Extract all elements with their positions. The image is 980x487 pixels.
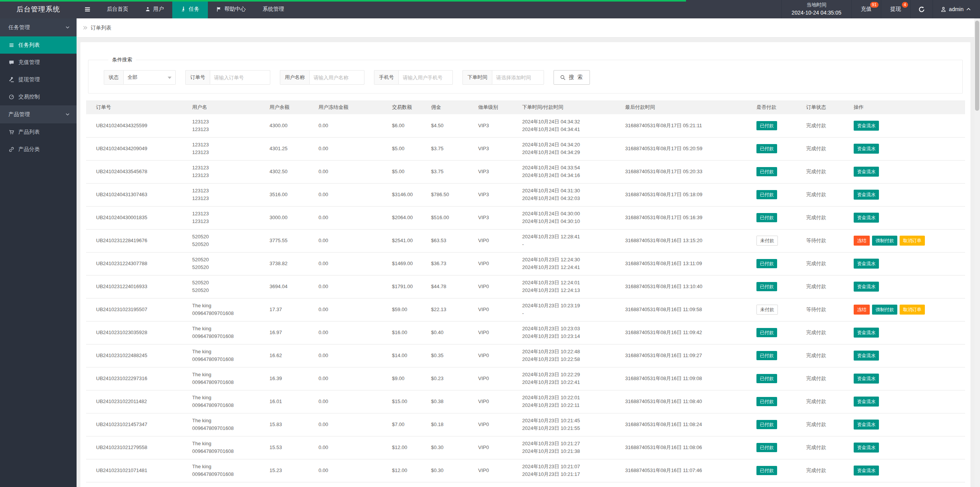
order-time: 2024年10月24日 04:34:20 — [522, 141, 619, 149]
cell-amount: $59.00 — [388, 298, 427, 321]
cell-order-time: 2024年10月23日 10:22:482024年10月23日 10:22:58 — [518, 344, 621, 367]
scrollbar-thumb[interactable] — [975, 21, 979, 111]
cell-actions: 资金流水 — [850, 252, 965, 275]
flow-button[interactable]: 资金流水 — [854, 420, 879, 430]
cancel-button[interactable]: 取消订单 — [900, 305, 925, 315]
nav-item-4[interactable]: 系统管理 — [254, 0, 292, 18]
sidebar-item-0-1[interactable]: 充值管理 — [0, 54, 77, 71]
nav-item-label: 任务 — [189, 6, 199, 13]
order-time: 2024年10月23日 10:23:03 — [522, 325, 619, 333]
cell-last-pay-time: 31688740531年08月17日 05:20:59 — [621, 137, 753, 160]
pay-time: 2024年10月23日 10:22:41 — [522, 379, 619, 386]
sidebar-item-0-2[interactable]: 提现管理 — [0, 71, 77, 88]
cell-commission: $3.75 — [427, 160, 474, 183]
flow-button[interactable]: 资金流水 — [854, 397, 879, 407]
sidebar-item-0-3[interactable]: 交易控制 — [0, 88, 77, 105]
table-row: UB24102404343255991231231231234300.000.0… — [86, 114, 965, 137]
username-input[interactable] — [309, 70, 364, 85]
cell-order-time: 2024年10月23日 10:22:292024年10月23日 10:22:41 — [518, 367, 621, 390]
cell-level: VIP0 — [474, 436, 518, 459]
flow-button[interactable]: 资金流水 — [854, 466, 879, 476]
flow-button[interactable]: 资金流水 — [854, 121, 879, 131]
cell-order-no: UB2410231022297316 — [86, 367, 188, 390]
username-line2: 123123 — [192, 218, 263, 225]
table-row: UB2410231023035928The king00964780970160… — [86, 321, 965, 344]
force-button[interactable]: 强制付款 — [872, 305, 897, 315]
cell-amount: $3146.00 — [388, 183, 427, 206]
quick-item-1[interactable]: 提现4 — [881, 0, 911, 18]
cell-actions: 资金流水 — [850, 390, 965, 413]
cell-paid: 已付款 — [753, 206, 802, 229]
cell-frozen: 0.00 — [315, 482, 388, 487]
flow-button[interactable]: 资金流水 — [854, 259, 879, 269]
sidebar-item-0-0[interactable]: 任务列表 — [0, 36, 77, 54]
cell-order-no: UB2410231023035928 — [86, 321, 188, 344]
cell-order-time: 2024年10月24日 04:34:322024年10月24日 04:34:41 — [518, 114, 621, 137]
quick-item-0[interactable]: 充值91 — [852, 0, 881, 18]
nav-item-2[interactable]: 任务 — [172, 0, 208, 18]
cell-username: The king009647809701608 — [188, 413, 266, 436]
flow-button[interactable]: 资金流水 — [854, 213, 879, 223]
flow-button[interactable]: 资金流水 — [854, 282, 879, 292]
task-icon — [181, 7, 186, 12]
search-icon — [560, 75, 566, 80]
vertical-scrollbar[interactable] — [974, 18, 980, 487]
sidebar-group-1[interactable]: 产品管理 — [0, 105, 77, 123]
status-select[interactable]: 全部 — [123, 70, 176, 85]
cancel-button[interactable]: 取消订单 — [900, 236, 925, 246]
cell-actions: 资金流水 — [850, 367, 965, 390]
cell-order-no: UB2410231021071481 — [86, 459, 188, 482]
cell-paid: 未付款 — [753, 229, 802, 252]
flow-button[interactable]: 资金流水 — [854, 167, 879, 177]
cell-paid: 已付款 — [753, 436, 802, 459]
cell-actions: 资金流水 — [850, 413, 965, 436]
force-button[interactable]: 强制付款 — [872, 236, 897, 246]
cell-amount: $7.00 — [388, 413, 427, 436]
cell-paid: 已付款 — [753, 413, 802, 436]
notification-badge: 91 — [870, 2, 879, 8]
cell-level: VIP3 — [474, 183, 518, 206]
cell-balance: 3775.55 — [266, 229, 315, 252]
flow-button[interactable]: 资金流水 — [854, 144, 879, 154]
cell-amount: $14.00 — [388, 344, 427, 367]
cell-balance: 4300.00 — [266, 114, 315, 137]
flow-button[interactable]: 资金流水 — [854, 351, 879, 361]
sidebar-item-1-1[interactable]: 产品分类 — [0, 141, 77, 158]
cell-last-pay-time: 31688740531年08月17日 05:21:11 — [621, 114, 753, 137]
sidebar-item-1-0[interactable]: 产品列表 — [0, 123, 77, 141]
flow-button[interactable]: 资金流水 — [854, 443, 879, 453]
order-time: 2024年10月24日 04:33:54 — [522, 164, 619, 172]
order-time: 2024年10月23日 10:22:29 — [522, 371, 619, 379]
flow-button[interactable]: 资金流水 — [854, 374, 879, 384]
cell-last-pay-time: 31688740531年08月16日 11:08:06 — [621, 436, 753, 459]
main-content: 订单列表 条件搜索 状态 全部 订单号 用户名称 — [77, 18, 980, 487]
order-no-input[interactable] — [210, 70, 270, 85]
cell-commission: $0.20 — [427, 482, 474, 487]
nav-item-3[interactable]: 帮助中心 — [208, 0, 254, 18]
cell-order-time: 2024年10月23日 10:23:032024年10月23日 10:23:14 — [518, 321, 621, 344]
cell-paid: 已付款 — [753, 275, 802, 298]
cell-last-pay-time: 31688740531年08月16日 13:10:40 — [621, 275, 753, 298]
freeze-button[interactable]: 冻结 — [854, 305, 870, 315]
search-button[interactable]: 搜 索 — [554, 70, 590, 85]
pay-time: 2024年10月23日 10:23:14 — [522, 333, 619, 340]
sidebar-toggle-button[interactable] — [77, 0, 98, 18]
flow-button[interactable]: 资金流水 — [854, 328, 879, 338]
sidebar-group-0[interactable]: 任务管理 — [0, 18, 77, 36]
phone-input[interactable] — [399, 70, 453, 85]
order-time-input[interactable] — [492, 70, 544, 85]
nav-item-1[interactable]: 用户 — [137, 0, 172, 18]
user-menu[interactable]: admin — [933, 0, 980, 18]
cell-username: The king009647809701608 — [188, 321, 266, 344]
cell-commission: $44.78 — [427, 275, 474, 298]
nav-item-0[interactable]: 后台首页 — [98, 0, 137, 18]
local-time-value: 2024-10-24 04:35:05 — [792, 9, 841, 16]
refresh-button[interactable] — [911, 0, 933, 18]
freeze-button[interactable]: 冻结 — [854, 236, 870, 246]
flow-button[interactable]: 资金流水 — [854, 190, 879, 200]
order-time: 2024年10月24日 04:31:30 — [522, 187, 619, 195]
cell-commission: $0.38 — [427, 390, 474, 413]
cell-level: VIP3 — [474, 137, 518, 160]
column-header: 订单号 — [86, 100, 188, 114]
cell-level: VIP0 — [474, 413, 518, 436]
